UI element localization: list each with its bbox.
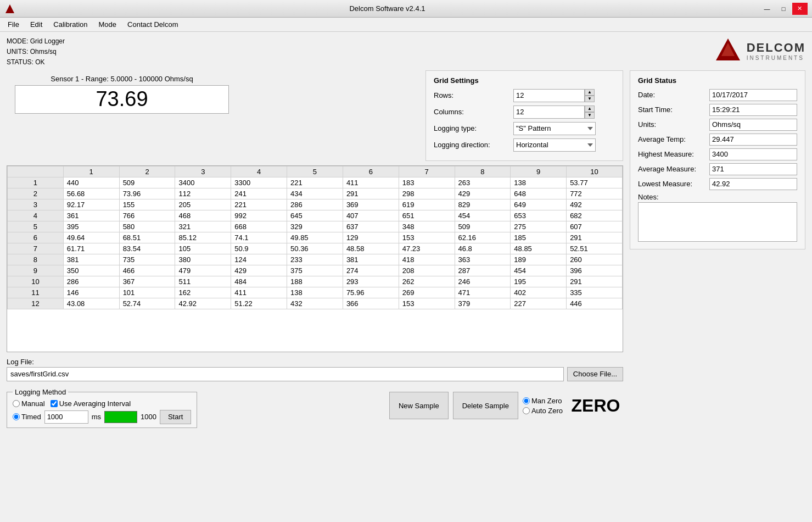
app-icon bbox=[4, 3, 15, 14]
cell-r1-c4: 3300 bbox=[231, 177, 287, 188]
table-col-header-5: 5 bbox=[287, 166, 343, 177]
rows-input[interactable] bbox=[513, 89, 585, 102]
cell-r1-c10: 53.77 bbox=[567, 177, 623, 188]
grid-settings-title: Grid Settings bbox=[434, 76, 615, 85]
timed-ms-input[interactable] bbox=[44, 410, 88, 424]
cell-r5-c7: 348 bbox=[399, 221, 455, 232]
cols-up[interactable]: ▲ bbox=[585, 105, 595, 112]
log-type-select[interactable]: "S" Pattern Z Pattern Diagonal bbox=[513, 122, 596, 135]
table-col-header-3: 3 bbox=[175, 166, 231, 177]
cell-r5-c9: 275 bbox=[511, 221, 567, 232]
main-content: MODE: Grid Logger UNITS: Ohms/sq STATUS:… bbox=[0, 32, 812, 432]
menu-mode[interactable]: Mode bbox=[93, 18, 122, 31]
notes-textarea[interactable] bbox=[638, 202, 797, 242]
row-header-12: 12 bbox=[8, 298, 64, 309]
use-avg-label[interactable]: Use Averaging Interval bbox=[51, 399, 131, 408]
units-value: Ohms/sq bbox=[709, 119, 797, 131]
cols-down[interactable]: ▼ bbox=[585, 112, 595, 119]
cell-r10-c9: 195 bbox=[511, 276, 567, 287]
maximize-button[interactable]: □ bbox=[776, 3, 791, 15]
man-zero-radio[interactable] bbox=[523, 397, 530, 404]
cell-r10-c2: 367 bbox=[119, 276, 175, 287]
cell-r10-c4: 484 bbox=[231, 276, 287, 287]
close-button[interactable]: ✕ bbox=[792, 3, 808, 15]
rows-up[interactable]: ▲ bbox=[585, 89, 595, 96]
titlebar-title: Delcom Software v2.4.1 bbox=[349, 4, 425, 13]
man-zero-label[interactable]: Man Zero bbox=[523, 397, 563, 405]
cell-r5-c1: 395 bbox=[63, 221, 119, 232]
use-avg-checkbox[interactable] bbox=[51, 400, 58, 407]
cell-r10-c10: 291 bbox=[567, 276, 623, 287]
table-col-header-10: 10 bbox=[567, 166, 623, 177]
avg-temp-value: 29.447 bbox=[709, 134, 797, 146]
cell-r2-c7: 298 bbox=[399, 188, 455, 199]
cell-r8-c5: 233 bbox=[287, 254, 343, 265]
cell-r7-c5: 50.36 bbox=[287, 243, 343, 254]
status-label: STATUS: OK bbox=[7, 57, 65, 68]
menu-file[interactable]: File bbox=[2, 18, 25, 31]
rows-down[interactable]: ▼ bbox=[585, 96, 595, 102]
cell-r4-c4: 992 bbox=[231, 210, 287, 221]
table-row: 1243.0852.7442.9251.22432366153379227446 bbox=[8, 298, 623, 309]
data-grid-container[interactable]: 12345678910 1440509340033002214111832631… bbox=[7, 165, 623, 352]
new-sample-button[interactable]: New Sample bbox=[389, 392, 449, 419]
cell-r10-c3: 511 bbox=[175, 276, 231, 287]
timed-radio[interactable] bbox=[13, 413, 20, 420]
auto-zero-label[interactable]: Auto Zero bbox=[523, 407, 563, 415]
date-row: Date: 10/17/2017 bbox=[638, 89, 797, 101]
menu-calibration[interactable]: Calibration bbox=[48, 18, 93, 31]
cols-input[interactable] bbox=[513, 105, 585, 119]
date-label: Date: bbox=[638, 91, 709, 99]
table-row: 4361766468992645407651454653682 bbox=[8, 210, 623, 221]
sensor-section: Sensor 1 - Range: 5.0000 - 100000 Ohms/s… bbox=[7, 70, 415, 161]
table-col-header-2: 2 bbox=[119, 166, 175, 177]
cell-r2-c1: 56.68 bbox=[63, 188, 119, 199]
cell-r7-c6: 48.58 bbox=[343, 243, 399, 254]
timed-row: Timed ms 1000 Start bbox=[13, 410, 191, 424]
cell-r6-c6: 129 bbox=[343, 232, 399, 243]
delcom-logo: DELCOM INSTRUMENTS bbox=[714, 36, 805, 65]
minimize-button[interactable]: — bbox=[759, 3, 775, 15]
cell-r11-c9: 402 bbox=[511, 287, 567, 298]
log-dir-select[interactable]: Horizontal Vertical bbox=[513, 138, 596, 152]
manual-radio-label[interactable]: Manual bbox=[13, 399, 45, 408]
table-col-header-8: 8 bbox=[455, 166, 511, 177]
row-header-7: 7 bbox=[8, 243, 64, 254]
timed-radio-label[interactable]: Timed bbox=[13, 413, 41, 421]
table-col-header-4: 4 bbox=[231, 166, 287, 177]
auto-zero-radio[interactable] bbox=[523, 407, 530, 414]
start-button[interactable]: Start bbox=[160, 410, 191, 424]
sensor-value: 73.69 bbox=[96, 87, 148, 111]
cell-r4-c6: 407 bbox=[343, 210, 399, 221]
menu-edit[interactable]: Edit bbox=[25, 18, 48, 31]
cell-r5-c3: 321 bbox=[175, 221, 231, 232]
logging-method-legend: Logging Method bbox=[13, 388, 68, 396]
cell-r10-c5: 188 bbox=[287, 276, 343, 287]
action-controls: New Sample Delete Sample Man Zero Auto Z… bbox=[389, 392, 623, 419]
cell-r11-c8: 471 bbox=[455, 287, 511, 298]
cell-r12-c1: 43.08 bbox=[63, 298, 119, 309]
choose-file-button[interactable]: Choose File... bbox=[567, 367, 623, 381]
cell-r1-c3: 3400 bbox=[175, 177, 231, 188]
units-status-label: Units: bbox=[638, 120, 709, 129]
table-row: 14405093400330022141118326313853.77 bbox=[8, 177, 623, 188]
row-header-11: 11 bbox=[8, 287, 64, 298]
table-row: 256.6873.96112241434291298429648772 bbox=[8, 188, 623, 199]
lowest-row: Lowest Measure: 42.92 bbox=[638, 178, 797, 190]
log-dir-setting: Logging direction: Horizontal Vertical bbox=[434, 138, 615, 152]
log-dir-control: Horizontal Vertical bbox=[513, 138, 615, 152]
delete-sample-button[interactable]: Delete Sample bbox=[453, 392, 518, 419]
cell-r7-c1: 61.71 bbox=[63, 243, 119, 254]
sensor-display: Sensor 1 - Range: 5.0000 - 100000 Ohms/s… bbox=[7, 75, 237, 114]
cell-r4-c2: 766 bbox=[119, 210, 175, 221]
cell-r10-c6: 293 bbox=[343, 276, 399, 287]
mode-label: MODE: Grid Logger bbox=[7, 36, 65, 47]
menu-contact[interactable]: Contact Delcom bbox=[122, 18, 183, 31]
manual-radio[interactable] bbox=[13, 400, 20, 407]
rows-control: ▲ ▼ bbox=[513, 89, 615, 102]
logfile-input[interactable] bbox=[7, 367, 564, 381]
zero-section: Man Zero Auto Zero ZERO bbox=[523, 396, 623, 416]
cell-r2-c3: 112 bbox=[175, 188, 231, 199]
table-col-header-7: 7 bbox=[399, 166, 455, 177]
start-time-value: 15:29:21 bbox=[709, 104, 797, 116]
